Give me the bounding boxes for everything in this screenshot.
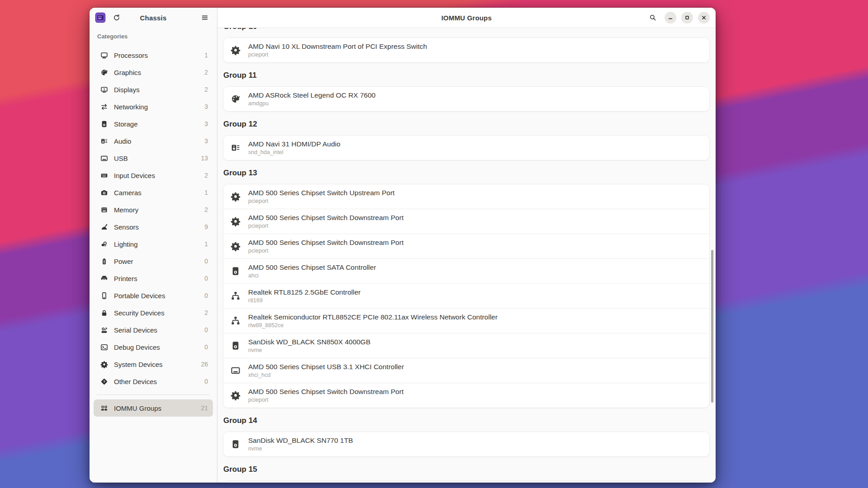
refresh-button[interactable] [110,11,123,24]
search-button[interactable] [646,11,660,24]
serial-devices-icon [100,326,108,334]
device-title: AMD 500 Series Chipset SATA Controller [248,263,376,272]
sidebar-item-label: Cameras [114,189,198,197]
minimize-button[interactable] [665,12,676,23]
group-card: AMD Navi 31 HDMI/DP Audiosnd_hda_intel [223,135,710,160]
group-card: AMD ASRock Steel Legend OC RX 7600amdgpu [223,86,710,112]
sidebar-item-count: 1 [204,240,208,248]
device-text: AMD Navi 10 XL Downstream Port of PCI Ex… [248,42,427,58]
portable-devices-icon [100,292,108,300]
group-heading: Group 13 [223,168,709,178]
device-text: AMD 500 Series Chipset Switch Downstream… [248,213,404,230]
sidebar-item-debug-devices[interactable]: Debug Devices0 [94,338,213,356]
device-title: SanDisk WD_BLACK SN850X 4000GB [248,338,371,346]
sidebar-item-usb[interactable]: USB13 [94,150,213,167]
sidebar-item-security-devices[interactable]: Security Devices2 [94,304,213,321]
maximize-button[interactable] [681,12,693,23]
sidebar-item-networking[interactable]: Networking3 [94,98,213,115]
cameras-icon [100,189,108,197]
sidebar-item-label: System Devices [114,361,195,368]
sidebar-item-count: 26 [201,361,208,368]
device-row[interactable]: AMD 500 Series Chipset Switch Downstream… [223,234,709,258]
sidebar-item-input-devices[interactable]: Input Devices2 [94,167,213,184]
device-row[interactable]: Realtek RTL8125 2.5GbE Controllerr8169 [223,283,709,308]
device-row[interactable]: AMD ASRock Steel Legend OC RX 7600amdgpu [223,87,709,111]
sidebar-item-count: 0 [204,378,208,385]
headerbar-actions [646,11,716,24]
main-headerbar[interactable]: IOMMU Groups [217,8,716,28]
device-row[interactable]: AMD 500 Series Chipset Switch Downstream… [223,209,709,234]
groups-container: Group 10AMD Navi 10 XL Downstream Port o… [223,22,710,483]
storage-icon [231,341,241,351]
audio-icon [100,137,108,145]
sidebar-item-lighting[interactable]: Lighting1 [94,235,213,253]
device-title: AMD 500 Series Chipset Switch Upstream P… [248,188,395,197]
sidebar-item-printers[interactable]: Printers0 [94,270,213,287]
device-row[interactable]: AMD Navi 10 XL Downstream Port of PCI Ex… [223,38,709,62]
network-icon [231,316,241,326]
device-text: AMD Navi 31 HDMI/DP Audiosnd_hda_intel [248,140,340,156]
device-row[interactable]: AMD 500 Series Chipset Switch Downstream… [223,383,709,408]
device-driver: pcieport [248,222,404,230]
sidebar-item-displays[interactable]: 1Displays2 [94,81,213,98]
sidebar-item-count: 0 [204,343,208,351]
sidebar-headerbar[interactable]: Chassis [90,8,217,28]
device-title: SanDisk WD_BLACK SN770 1TB [248,436,353,445]
device-row[interactable]: AMD Navi 31 HDMI/DP Audiosnd_hda_intel [223,136,709,160]
group-card: SanDisk WD_BLACK SN770 1TBnvme [223,432,710,457]
svg-text:?: ? [103,380,105,384]
device-title: AMD Navi 31 HDMI/DP Audio [248,140,340,148]
system-devices-icon [100,361,108,368]
sidebar-item-audio[interactable]: Audio3 [94,132,213,150]
sidebar-item-count: 0 [204,326,208,333]
sidebar-item-sensors[interactable]: Sensors9 [94,218,213,235]
device-row[interactable]: SanDisk WD_BLACK SN850X 4000GBnvme [223,333,709,358]
vertical-scrollbar-thumb[interactable] [711,250,713,403]
sidebar-item-count: 2 [204,86,208,93]
close-button[interactable] [698,12,710,23]
sidebar-item-processors[interactable]: Processors1 [94,47,213,64]
sidebar-item-iommu-groups[interactable]: IOMMU Groups21 [94,399,213,417]
device-row[interactable]: AMD 500 Series Chipset Switch Upstream P… [223,184,709,209]
device-driver: xhci_hcd [248,371,404,379]
sidebar-item-label: Serial Devices [114,326,198,334]
group-heading: Group 15 [223,465,709,474]
sidebar-item-count: 0 [204,275,208,282]
storage-icon [100,120,108,128]
debug-devices-icon [100,343,108,351]
device-row[interactable]: AMD 500 Series Chipset SATA Controllerah… [223,258,709,283]
sidebar-item-cameras[interactable]: Cameras1 [94,184,213,201]
device-text: AMD 500 Series Chipset Switch Downstream… [248,238,404,254]
device-title: Realtek Semiconductor RTL8852CE PCIe 802… [248,313,498,321]
sidebar-category-list: Processors1Graphics21Displays2Networking… [90,47,217,390]
device-row[interactable]: Realtek Semiconductor RTL8852CE PCIe 802… [223,308,709,333]
device-title: AMD 500 Series Chipset Switch Downstream… [248,213,404,222]
graphics-icon [231,94,241,104]
device-text: Realtek Semiconductor RTL8852CE PCIe 802… [248,313,498,329]
sidebar-item-count: 1 [204,52,208,59]
sidebar-item-portable-devices[interactable]: Portable Devices0 [94,287,213,304]
sidebar-item-graphics[interactable]: Graphics2 [94,64,213,81]
sidebar-item-serial-devices[interactable]: Serial Devices0 [94,321,213,338]
sidebar-item-memory[interactable]: Memory2 [94,201,213,218]
sidebar-item-count: 3 [204,120,208,127]
sidebar-item-count: 3 [204,103,208,110]
device-driver: pcieport [248,197,395,205]
sidebar-item-system-devices[interactable]: System Devices26 [94,356,213,373]
group-scroll-area: Group 10AMD Navi 10 XL Downstream Port o… [217,8,716,483]
sidebar-item-power[interactable]: Power0 [94,253,213,270]
gear-icon [231,241,241,251]
sidebar-item-label: Displays [114,86,198,94]
sidebar-item-storage[interactable]: Storage3 [94,115,213,132]
sidebar-item-label: Graphics [114,69,198,76]
device-row[interactable]: SanDisk WD_BLACK SN770 1TBnvme [223,432,709,456]
hamburger-menu-button[interactable] [198,11,212,24]
device-row[interactable]: AMD 500 Series Chipset USB 3.1 XHCI Cont… [223,358,709,383]
device-text: AMD 500 Series Chipset USB 3.1 XHCI Cont… [248,362,404,379]
sidebar-item-count: 9 [204,223,208,230]
sidebar-separator [97,394,210,395]
device-row[interactable]: AMD Radeon Vega Series / Radeon Vega Mob… [223,481,709,483]
displays-icon: 1 [100,86,108,94]
sidebar-item-other-devices[interactable]: ?Other Devices0 [94,373,213,390]
device-text: Realtek RTL8125 2.5GbE Controllerr8169 [248,288,361,304]
